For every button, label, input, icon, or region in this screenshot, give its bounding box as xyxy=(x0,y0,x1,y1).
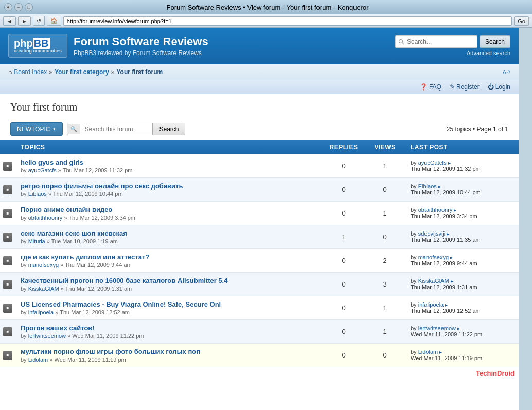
topic-title-link[interactable]: US Licensed Pharmacies - Buy Viagra Onli… xyxy=(21,300,221,308)
replies-cell: 0 xyxy=(323,319,364,343)
topic-icon-cell: ■ xyxy=(0,319,15,343)
lastpost-author-link[interactable]: lertwritseemow xyxy=(418,325,456,331)
lastpost-author-link[interactable]: Lidolam xyxy=(418,349,438,355)
category-link[interactable]: Your first category xyxy=(55,68,109,76)
login-link[interactable]: ⏻ Login xyxy=(488,83,510,91)
lastpost-author-link[interactable]: sdeovijsviji xyxy=(418,230,446,237)
topic-title-link[interactable]: Прогон ваших сайтов! xyxy=(21,324,95,332)
new-topic-star: ✦ xyxy=(52,126,56,132)
topic-title-link[interactable]: hello gyus and girls xyxy=(21,158,83,166)
back-button[interactable]: ◄ xyxy=(3,16,16,26)
lastpost-cell: by Lidolam ▸ Wed Mar 11, 2009 11:19 pm xyxy=(405,343,519,367)
reload-button[interactable]: ↺ xyxy=(33,16,45,26)
lastpost-author-link[interactable]: KisskaGlAM xyxy=(418,278,449,284)
lastpost-author-link[interactable]: ayucGatcfs xyxy=(418,159,447,166)
header-last-post: LAST POST xyxy=(405,140,519,154)
lastpost-arrow-icon: ▸ xyxy=(445,302,448,308)
search-row: Search xyxy=(395,35,510,48)
logo-tagline: creating communities xyxy=(14,49,62,54)
forum-search-button[interactable]: Search xyxy=(152,123,185,135)
topic-status-icon: ■ xyxy=(3,351,12,360)
faq-link[interactable]: ❓ FAQ xyxy=(420,83,441,91)
topic-author-link[interactable]: manofsexyg xyxy=(28,262,59,268)
forum-search-input[interactable] xyxy=(80,123,152,135)
site-title: Forum Software Reviews xyxy=(74,35,208,48)
topic-author-link[interactable]: ayucGatcfs xyxy=(28,167,57,173)
lastpost-arrow-icon: ▸ xyxy=(454,207,456,213)
topic-title-cell: Прогон ваших сайтов! by lertwritseemow »… xyxy=(15,319,323,343)
topic-title-link[interactable]: где и как купить диплом или аттестат? xyxy=(21,253,149,261)
home-button[interactable]: 🏠 xyxy=(47,16,61,26)
topic-author-link[interactable]: infalipoela xyxy=(28,309,54,315)
topic-status-icon: ■ xyxy=(3,162,12,171)
topic-author-link[interactable]: KisskaGlAM xyxy=(28,286,59,292)
topic-author-link[interactable]: Eibiaos xyxy=(28,191,47,197)
logo: phpBB creating communities xyxy=(8,34,67,58)
replies-cell: 0 xyxy=(323,272,364,296)
topic-author-link[interactable]: lertwritseemow xyxy=(28,333,66,339)
board-index-link[interactable]: Board index xyxy=(14,68,47,76)
topic-author-link[interactable]: Mituria xyxy=(28,238,45,244)
topic-title-link[interactable]: мультики порно флэш игры фото больших го… xyxy=(21,348,200,355)
lastpost-cell: by obtaithhoonry ▸ Thu Mar 12, 2009 3:34… xyxy=(405,201,519,225)
search-input[interactable] xyxy=(395,35,477,48)
lastpost-cell: by manofsexyg ▸ Thu Mar 12, 2009 9:44 am xyxy=(405,248,519,272)
topic-icon-cell: ■ xyxy=(0,154,15,178)
topic-title-cell: US Licensed Pharmacies - Buy Viagra Onli… xyxy=(15,296,323,319)
lastpost-author-link[interactable]: Eibiaos xyxy=(418,183,437,189)
topic-meta: by Mituria » Tue Mar 10, 2009 1:19 am xyxy=(21,238,318,244)
go-button[interactable]: Go xyxy=(514,16,529,26)
table-row: ■ US Licensed Pharmacies - Buy Viagra On… xyxy=(0,296,519,319)
topic-title-cell: ретро порно фильмы онлайн про секс добав… xyxy=(15,177,323,201)
table-row: ■ Порно аниме онлайн видео by obtaithhoo… xyxy=(0,201,519,225)
url-bar[interactable] xyxy=(63,16,512,26)
topic-icon-cell: ■ xyxy=(0,296,15,319)
font-decrease[interactable]: A xyxy=(507,69,510,75)
close-button[interactable]: ● xyxy=(4,3,12,11)
topic-title-link[interactable]: ретро порно фильмы онлайн про секс добав… xyxy=(21,182,183,190)
forward-button[interactable]: ► xyxy=(18,16,31,26)
register-link[interactable]: ✎ Register xyxy=(450,83,480,91)
minimize-button[interactable]: – xyxy=(14,3,23,11)
table-row: ■ где и как купить диплом или аттестат? … xyxy=(0,248,519,272)
advanced-search-link[interactable]: Advanced search xyxy=(467,50,510,56)
font-increase[interactable]: A xyxy=(503,69,506,75)
breadcrumb-bar: ⌂ Board index » Your first category » Yo… xyxy=(0,64,519,80)
forum-search-icon: 🔍 xyxy=(67,124,80,134)
topic-meta: by Eibiaos » Thu Mar 12, 2009 10:44 pm xyxy=(21,191,318,197)
topic-title-cell: Порно аниме онлайн видео by obtaithhoonr… xyxy=(15,201,323,225)
current-forum: Your first forum xyxy=(116,68,163,76)
breadcrumb: ⌂ Board index » Your first category » Yo… xyxy=(8,68,163,76)
lastpost-cell: by lertwritseemow ▸ Wed Mar 11, 2009 11:… xyxy=(405,319,519,343)
window-controls[interactable]: ● – □ xyxy=(4,3,33,11)
new-topic-button[interactable]: NEWTOPIC ✦ xyxy=(10,122,63,136)
window-title: Forum Software Reviews • View forum - Yo… xyxy=(166,4,368,11)
topic-author-link[interactable]: obtaithhoonry xyxy=(28,215,63,221)
topic-icon-cell: ■ xyxy=(0,225,15,248)
topic-title-link[interactable]: Качественный прогон по 16000 базе катало… xyxy=(21,277,227,284)
topics-tbody: ■ hello gyus and girls by ayucGatcfs » T… xyxy=(0,154,519,367)
lastpost-arrow-icon: ▸ xyxy=(438,184,441,189)
topic-icon-cell: ■ xyxy=(0,343,15,367)
topic-icon-cell: ■ xyxy=(0,272,15,296)
views-cell: 0 xyxy=(364,343,405,367)
home-icon: ⌂ xyxy=(8,68,12,76)
topic-author-link[interactable]: Lidolam xyxy=(28,356,48,363)
lastpost-author-link[interactable]: infalipoela xyxy=(418,301,444,308)
breadcrumb-sep-1: » xyxy=(49,68,52,76)
topic-icon-cell: ■ xyxy=(0,201,15,225)
table-row: ■ ретро порно фильмы онлайн про секс доб… xyxy=(0,177,519,201)
topic-title-cell: секс магазин секс шоп киевская by Mituri… xyxy=(15,225,323,248)
lastpost-author-link[interactable]: manofsexyg xyxy=(418,254,449,260)
table-row: ■ мультики порно флэш игры фото больших … xyxy=(0,343,519,367)
topic-status-icon: ■ xyxy=(3,209,12,218)
site-subtitle: PhpBB3 reviewed by Forum Software Review… xyxy=(74,49,208,57)
header-icon xyxy=(0,140,15,154)
title-bar: ● – □ Forum Software Reviews • View foru… xyxy=(0,0,532,14)
topic-title-link[interactable]: секс магазин секс шоп киевская xyxy=(21,229,127,237)
search-button[interactable]: Search xyxy=(480,35,510,48)
maximize-button[interactable]: □ xyxy=(25,3,33,11)
topic-title-link[interactable]: Порно аниме онлайн видео xyxy=(21,206,112,213)
lastpost-author-link[interactable]: obtaithhoonry xyxy=(418,207,453,213)
lastpost-cell: by ayucGatcfs ▸ Thu Mar 12, 2009 11:32 p… xyxy=(405,154,519,178)
